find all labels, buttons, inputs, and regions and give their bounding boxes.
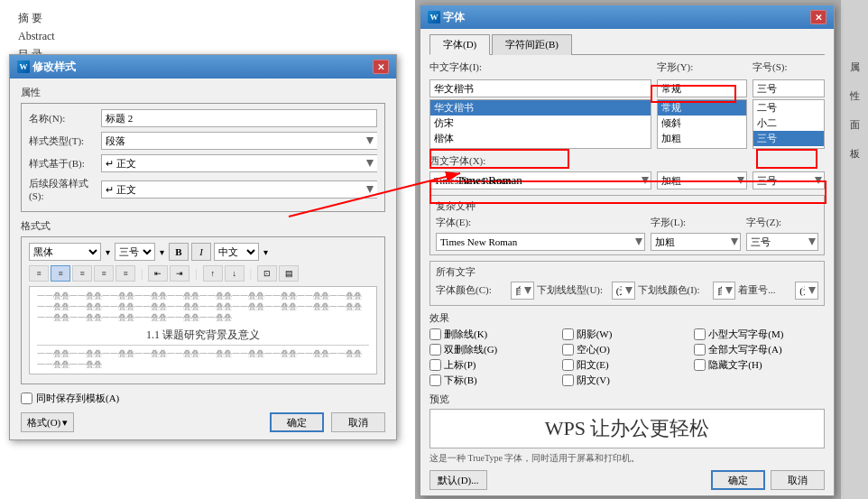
font-cancel-button[interactable]: 取消 — [771, 470, 825, 490]
name-input[interactable] — [101, 109, 377, 127]
chinese-font-item-3[interactable]: 宋体 — [430, 146, 651, 149]
preview-heading: 1.1 课题研究背景及意义 — [37, 328, 369, 341]
align-justify-btn[interactable]: ≡ — [94, 265, 114, 282]
effect-double-strikethrough-cb[interactable] — [429, 344, 441, 356]
effect-engrave-cb[interactable] — [562, 374, 574, 386]
ok-button[interactable]: 确定 — [270, 412, 324, 432]
size-input[interactable] — [753, 79, 825, 97]
style-based-select-wrapper: ↵ 正文 — [101, 154, 377, 172]
size-listbox[interactable]: 二号 小二 三号 四号 — [753, 99, 825, 149]
western-style-spacer — [657, 154, 747, 168]
style-listbox[interactable]: 常规 倾斜 加粗 加粗 倾斜 — [657, 99, 747, 149]
align-toolbar: ≡ ≡ ≡ ≡ ≡ | ⇤ ⇥ | ↑ ↓ | ⊡ ▤ — [29, 265, 377, 282]
size-item-xiaoe[interactable]: 小二 — [753, 116, 824, 131]
style-type-select[interactable]: 段落 — [101, 132, 377, 150]
effect-hidden-label: 隐藏文字(H) — [708, 358, 762, 372]
effect-superscript-cb[interactable] — [429, 359, 441, 371]
underline-style-label: 下划线线型(U): — [537, 283, 609, 297]
effect-hidden-cb[interactable] — [694, 359, 706, 371]
effect-superscript-label: 上标(P) — [444, 358, 476, 372]
align-left-btn[interactable]: ≡ — [29, 265, 49, 282]
font-preview-text: WPS 让办公更轻松 — [545, 415, 710, 442]
size-label: 字号(S): — [753, 60, 825, 74]
complex-style-label: 字形(L): — [651, 216, 741, 229]
chinese-font-item-2[interactable]: 楷体 — [430, 131, 651, 146]
font-select[interactable]: 黑体 — [29, 243, 101, 261]
titlebar-controls[interactable]: ✕ — [373, 60, 389, 74]
effect-allcaps-cb[interactable] — [694, 344, 706, 356]
effect-outline-cb[interactable] — [562, 344, 574, 356]
western-style-select[interactable]: 加粗 常规 倾斜 — [657, 171, 747, 189]
western-size-select[interactable]: 三号 二号 小二 — [753, 171, 825, 189]
font-color-select[interactable]: 自动 — [511, 282, 534, 300]
shading-btn[interactable]: ▤ — [279, 265, 299, 282]
preview-label: 预览 — [429, 393, 825, 406]
italic-button[interactable]: I — [191, 243, 211, 261]
underline-color-select[interactable]: 自动 — [713, 282, 736, 300]
indent-decrease-btn[interactable]: ⇤ — [148, 265, 168, 282]
align-center-btn[interactable]: ≡ — [51, 265, 70, 282]
style-item-regular[interactable]: 常规 — [658, 100, 746, 116]
style-input[interactable] — [657, 79, 747, 97]
tab-font[interactable]: 字体(D) — [429, 34, 490, 55]
size-item-2[interactable]: 二号 — [753, 100, 824, 116]
style-item-bold[interactable]: 加粗 — [658, 131, 746, 146]
font-dialog-body: 字体(D) 字符间距(B) 中文字体(I): 字形(Y): 字号(S): 华文楷… — [420, 29, 834, 495]
align-right-btn[interactable]: ≡ — [72, 265, 92, 282]
style-item-italic[interactable]: 倾斜 — [658, 116, 746, 131]
format-dropdown-button[interactable]: 格式(O) ▾ — [21, 412, 74, 432]
complex-font-select[interactable]: Times New Roman — [436, 233, 645, 251]
style-item-bold-italic[interactable]: 加粗 倾斜 — [658, 146, 746, 149]
properties-section: 名称(N): 样式类型(T): 段落 样式基于(B): ↵ 正文 — [21, 103, 385, 212]
lang-select[interactable]: 中文 — [214, 243, 259, 261]
bold-button[interactable]: B — [169, 243, 189, 261]
bottom-buttons: 格式(O) ▾ 确定 取消 — [21, 412, 385, 432]
indent-increase-btn[interactable]: ⇥ — [170, 265, 189, 282]
effect-shadow-cb[interactable] — [562, 328, 574, 340]
border-bottom-btn[interactable]: ⊡ — [257, 265, 277, 282]
emphasis-label: 着重号... — [738, 283, 792, 297]
effect-smallcaps-cb[interactable] — [694, 328, 706, 340]
size-item-4[interactable]: 四号 — [753, 146, 824, 149]
emphasis-select[interactable]: (无) — [795, 282, 818, 300]
complex-section: 复杂文种 字体(E): 字形(L): 字号(Z): Times New Roma… — [429, 195, 825, 255]
cancel-button[interactable]: 取消 — [331, 412, 385, 432]
modify-style-body: 属性 名称(N): 样式类型(T): 段落 样式基于(B): ↵ 正文 — [10, 79, 396, 439]
effect-subscript-cb[interactable] — [429, 374, 441, 386]
effects-section: 删除线(K) 阴影(W) 小型大写字母(M) 双删除线(G) 空心(O) 全部大… — [429, 328, 825, 387]
sidebar-text-2: 性 — [848, 83, 862, 85]
western-font-select[interactable]: Times New Roman Arial Calibri — [429, 171, 651, 189]
line-spacing-decrease-btn[interactable]: ↑ — [203, 265, 223, 282]
font-bottom-buttons: 默认(D)... 确定 取消 — [429, 470, 825, 490]
chinese-font-item-selected[interactable]: 华文楷书 — [430, 100, 651, 116]
tab-char-spacing[interactable]: 字符间距(B) — [492, 34, 572, 55]
font-ok-button[interactable]: 确定 — [711, 470, 765, 490]
name-row: 名称(N): — [29, 109, 377, 127]
close-button[interactable]: ✕ — [373, 60, 389, 74]
complex-size-select[interactable]: 三号 二号 — [746, 233, 818, 251]
font-default-button[interactable]: 默认(D)... — [429, 470, 487, 490]
effect-outline: 空心(O) — [562, 343, 693, 356]
complex-style-select[interactable]: 加粗 常规 — [651, 233, 741, 251]
save-template-checkbox[interactable] — [21, 393, 32, 404]
effect-hidden: 隐藏文字(H) — [694, 358, 825, 372]
font-tabs: 字体(D) 字符间距(B) — [429, 34, 825, 55]
effect-strikethrough-cb[interactable] — [429, 328, 441, 340]
effect-emboss-cb[interactable] — [562, 359, 574, 371]
align-distribute-btn[interactable]: ≡ — [115, 265, 135, 282]
size-item-3[interactable]: 三号 — [753, 131, 824, 146]
font-size-select[interactable]: 三号 — [115, 243, 155, 261]
complex-section-title: 复杂文种 — [436, 199, 818, 213]
line-spacing-increase-btn[interactable]: ↓ — [225, 265, 245, 282]
style-based-select[interactable]: ↵ 正文 — [101, 154, 377, 172]
effect-smallcaps-label: 小型大写字母(M) — [708, 328, 783, 341]
chinese-font-input[interactable] — [429, 79, 651, 97]
chinese-font-item-1[interactable]: 仿宋 — [430, 116, 651, 131]
complex-selects-row: Times New Roman 加粗 常规 三号 二号 — [436, 233, 818, 251]
font-titlebar-controls[interactable]: ✕ — [810, 10, 826, 24]
chinese-font-listbox[interactable]: 华文楷书 仿宋 楷体 宋体 — [429, 99, 651, 149]
next-style-select[interactable]: ↵ 正文 — [101, 180, 377, 199]
font-close-button[interactable]: ✕ — [810, 10, 826, 24]
font-color-label: 字体颜色(C): — [436, 283, 508, 297]
underline-style-select[interactable]: (无) — [612, 282, 635, 300]
